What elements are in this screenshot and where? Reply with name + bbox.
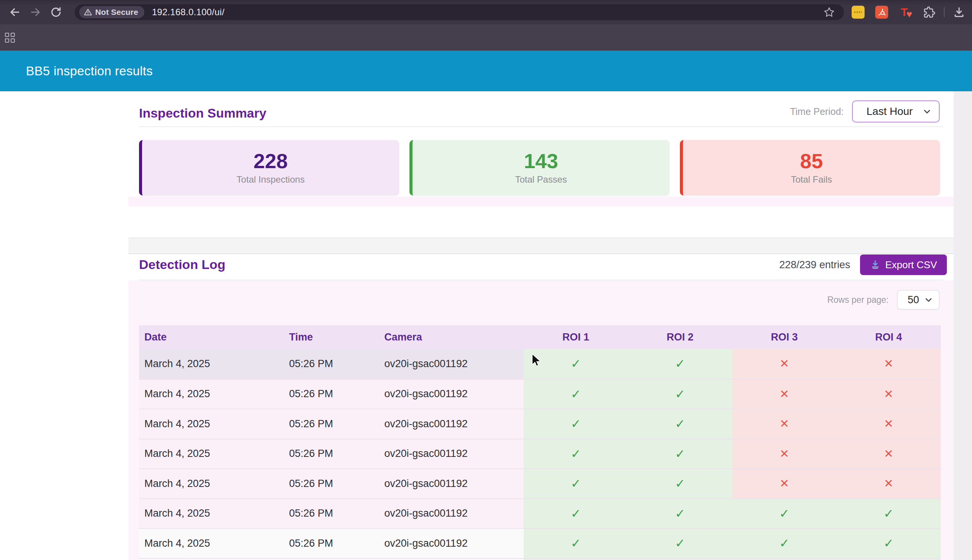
export-csv-button[interactable]: Export CSV bbox=[860, 255, 947, 275]
cross-icon: ✕ bbox=[884, 388, 893, 400]
total-passes-value: 143 bbox=[524, 151, 558, 171]
col-header-roi3: ROI 3 bbox=[733, 325, 837, 349]
total-fails-card: 85 Total Fails bbox=[680, 140, 940, 195]
roi4-fail-cell: ✕ bbox=[836, 439, 941, 469]
detection-log-title: Detection Log bbox=[139, 257, 226, 272]
page: Not Secure 192.168.0.100/ui/ T♥ bbox=[0, 0, 972, 560]
detection-log-actions: 228/239 entries Export CSV bbox=[779, 254, 947, 275]
table-row[interactable]: March 4, 202505:26 PMov20i-gsac001192✓✓✕… bbox=[139, 408, 941, 438]
extensions-area: T♥ bbox=[852, 0, 972, 24]
col-header-roi4: ROI 4 bbox=[836, 325, 941, 349]
check-icon: ✓ bbox=[675, 477, 685, 490]
check-icon: ✓ bbox=[570, 477, 581, 490]
total-inspections-label: Total Inspections bbox=[236, 174, 305, 185]
roi2-pass-cell: ✓ bbox=[628, 380, 733, 409]
rows-per-page-select[interactable]: 50 bbox=[897, 290, 940, 310]
total-passes-label: Total Passes bbox=[515, 174, 567, 185]
date-cell: March 4, 2025 bbox=[139, 529, 284, 558]
not-secure-badge[interactable]: Not Secure bbox=[79, 6, 144, 18]
roi2-pass-cell: ✓ bbox=[628, 529, 733, 558]
camera-cell: ov20i-gsac001192 bbox=[379, 380, 524, 409]
time-period-value: Last Hour bbox=[867, 105, 913, 118]
roi1-pass-cell: ✓ bbox=[524, 409, 628, 438]
reload-icon[interactable] bbox=[50, 7, 62, 18]
check-icon: ✓ bbox=[675, 358, 685, 370]
apps-grid-icon[interactable] bbox=[5, 33, 15, 43]
table-row[interactable]: March 4, 202505:26 PMov20i-gsac001192✓✓✓… bbox=[139, 498, 941, 528]
date-cell: March 4, 2025 bbox=[139, 499, 284, 528]
table-body: March 4, 202505:26 PMov20i-gsac001192✓✓✕… bbox=[139, 349, 941, 560]
roi2-pass-cell: ✓ bbox=[628, 469, 733, 498]
time-cell: 05:26 PM bbox=[284, 409, 379, 438]
check-icon: ✓ bbox=[570, 358, 581, 370]
cross-icon: ✕ bbox=[884, 478, 893, 489]
rows-per-page-control: Rows per page: 50 bbox=[827, 290, 940, 310]
roi4-pass-cell: ✓ bbox=[836, 559, 941, 560]
roi4-pass-cell: ✓ bbox=[836, 529, 941, 558]
total-fails-label: Total Fails bbox=[791, 174, 832, 185]
table-row[interactable]: March 4, 202505:26 PMov20i-gsac001192✓✓✕… bbox=[139, 379, 941, 409]
address-bar[interactable]: Not Secure 192.168.0.100/ui/ bbox=[75, 4, 844, 20]
cross-icon: ✕ bbox=[780, 388, 789, 400]
downloads-icon[interactable] bbox=[953, 6, 965, 18]
cross-icon: ✕ bbox=[780, 358, 789, 369]
bookmark-star-icon[interactable] bbox=[823, 7, 835, 18]
roi4-fail-cell: ✕ bbox=[836, 469, 941, 498]
check-icon: ✓ bbox=[675, 508, 685, 520]
summary-cards: 228 Total Inspections 143 Total Passes 8… bbox=[139, 140, 940, 195]
camera-cell: ov20i-gsac001192 bbox=[379, 439, 524, 469]
date-cell: March 4, 2025 bbox=[139, 439, 284, 469]
total-inspections-card: 228 Total Inspections bbox=[139, 140, 399, 195]
cross-icon: ✕ bbox=[884, 448, 893, 460]
time-cell: 05:26 PM bbox=[284, 349, 379, 379]
check-icon: ✓ bbox=[675, 537, 685, 549]
roi1-pass-cell: ✓ bbox=[524, 559, 628, 560]
time-cell: 05:26 PM bbox=[284, 529, 379, 558]
security-label: Not Secure bbox=[95, 8, 138, 17]
check-icon: ✓ bbox=[779, 508, 790, 520]
bookmarks-bar bbox=[0, 24, 972, 51]
extension-red-icon[interactable]: T♥ bbox=[899, 6, 914, 18]
check-icon: ✓ bbox=[570, 388, 581, 400]
check-icon: ✓ bbox=[570, 508, 581, 520]
roi2-pass-cell: ✓ bbox=[628, 349, 733, 379]
time-period-select[interactable]: Last Hour bbox=[852, 100, 940, 122]
camera-cell: ov20i-gsac001192 bbox=[379, 409, 524, 438]
table-row[interactable]: March 4, 202505:26 PMov20i-gsac001192✓✓✕… bbox=[139, 468, 941, 498]
summary-title: Inspection Summary bbox=[139, 106, 266, 121]
roi3-pass-cell: ✓ bbox=[733, 529, 837, 558]
time-cell: 05:26 PM bbox=[284, 380, 379, 409]
browser-toolbar: Not Secure 192.168.0.100/ui/ T♥ bbox=[0, 0, 972, 24]
chevron-down-icon bbox=[923, 295, 934, 305]
table-header-row: Date Time Camera ROI 1 ROI 2 ROI 3 ROI 4 bbox=[139, 325, 941, 349]
url-text[interactable]: 192.168.0.100/ui/ bbox=[152, 7, 225, 18]
toolbar-divider bbox=[944, 7, 945, 17]
rows-per-page-label: Rows per page: bbox=[827, 295, 888, 305]
camera-cell: ov20i-gsac001192 bbox=[379, 529, 524, 558]
camera-cell: ov20i-gsac001192 bbox=[379, 499, 524, 528]
check-icon: ✓ bbox=[779, 537, 790, 549]
roi3-fail-cell: ✕ bbox=[733, 380, 837, 409]
roi2-pass-cell: ✓ bbox=[628, 439, 733, 469]
roi4-fail-cell: ✕ bbox=[836, 380, 941, 409]
back-icon[interactable] bbox=[9, 7, 20, 18]
extension-yellow-icon[interactable] bbox=[852, 6, 865, 18]
table-row[interactable]: March 4, 202505:26 PMov20i-gsac001192✓✓✓… bbox=[139, 528, 941, 558]
time-period-label: Time Period: bbox=[790, 106, 844, 117]
roi1-pass-cell: ✓ bbox=[524, 529, 628, 558]
right-margin bbox=[954, 91, 972, 560]
col-header-date: Date bbox=[139, 325, 284, 349]
check-icon: ✓ bbox=[883, 537, 894, 549]
extensions-puzzle-icon[interactable] bbox=[923, 6, 935, 18]
summary-footer-strip bbox=[128, 197, 954, 207]
table-row[interactable]: March 4, 202505:26 PMov20i-gsac001192✓✓✕… bbox=[139, 438, 941, 469]
total-fails-value: 85 bbox=[800, 151, 823, 171]
roi3-pass-cell: ✓ bbox=[733, 499, 837, 528]
roi3-fail-cell: ✕ bbox=[733, 469, 837, 498]
table-row[interactable]: March 4, 202505:26 PMov20i-gsac001192✓✓✓… bbox=[139, 558, 941, 560]
extension-orange-icon[interactable] bbox=[875, 6, 888, 18]
forward-icon[interactable] bbox=[30, 7, 41, 18]
check-icon: ✓ bbox=[675, 388, 685, 400]
roi3-pass-cell: ✓ bbox=[733, 559, 837, 560]
entries-count: 228/239 entries bbox=[779, 259, 850, 271]
